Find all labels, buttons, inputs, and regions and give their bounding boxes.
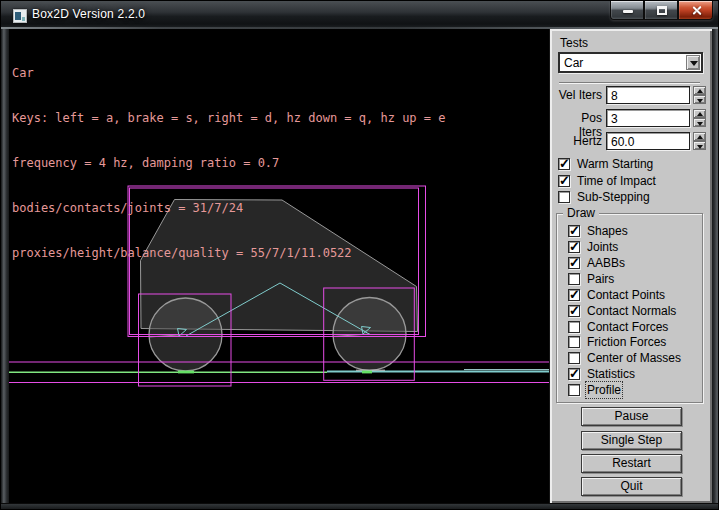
app-window: Box2D Version 2.2.0 Car Keys: left = a, …	[0, 0, 719, 510]
check-icon: ✓	[559, 156, 570, 171]
checkbox-box[interactable]: ✓	[568, 273, 580, 285]
vel-iters-input[interactable]: 8	[606, 86, 690, 104]
spin-up-icon[interactable]	[693, 132, 706, 141]
check-icon: ✓	[569, 239, 580, 254]
checkbox-box[interactable]: ✓	[568, 352, 580, 364]
maximize-button[interactable]	[644, 1, 678, 20]
spin-down-icon[interactable]	[693, 118, 706, 127]
app-icon[interactable]	[13, 9, 27, 23]
minimize-icon	[623, 10, 633, 13]
checkbox-box[interactable]: ✓	[568, 321, 580, 333]
restart-button[interactable]: Restart	[581, 454, 682, 473]
spin-down-icon[interactable]	[693, 141, 706, 150]
hertz-input[interactable]: 60.0	[606, 132, 690, 150]
hud-statistics: bodies/contacts/joints = 31/7/24	[12, 201, 445, 216]
spin-up-icon[interactable]	[693, 86, 706, 95]
hud-frequency: frequency = 4 hz, damping ratio = 0.7	[12, 156, 445, 171]
spin-down-icon[interactable]	[693, 95, 706, 104]
check-icon: ✓	[569, 303, 580, 318]
checkbox-box[interactable]: ✓	[568, 257, 580, 269]
maximize-icon	[657, 6, 667, 15]
spin-up-icon[interactable]	[693, 109, 706, 118]
check-icon: ✓	[569, 287, 580, 302]
app-icon-glyph	[15, 12, 21, 20]
check-icon: ✓	[559, 173, 570, 188]
quit-button[interactable]: Quit	[581, 477, 682, 496]
test-select-dropdown[interactable]: Car	[558, 52, 703, 73]
check-icon: ✓	[569, 223, 580, 238]
window-title: Box2D Version 2.2.0	[32, 7, 145, 21]
checkbox-box[interactable]: ✓	[568, 305, 580, 317]
checkbox-box[interactable]: ✓	[568, 225, 580, 237]
hud-tree-quality: proxies/height/balance/quality = 55/7/1/…	[12, 246, 445, 261]
checkbox-box[interactable]: ✓	[558, 158, 570, 170]
contact-point-front	[362, 371, 372, 374]
contact-point-rear	[178, 371, 194, 374]
check-icon: ✓	[569, 366, 580, 381]
close-icon	[691, 5, 702, 16]
hud-test-name: Car	[12, 66, 445, 81]
window-border-bottom	[1, 503, 719, 510]
window-border-right	[712, 29, 719, 503]
check-icon: ✓	[569, 255, 580, 270]
draw-group-title: Draw	[563, 206, 599, 220]
pos-iters-row: Pos Iters 3	[558, 109, 705, 127]
checkbox-box[interactable]: ✓	[568, 289, 580, 301]
caption-buttons	[610, 1, 713, 20]
tests-label: Tests	[560, 36, 588, 50]
draw-group: Draw ✓ Shapes ✓ Joints ✓ AABBs ✓ Pairs ✓…	[556, 213, 703, 403]
debug-text: Car Keys: left = a, brake = s, right = d…	[12, 36, 445, 291]
titlebar[interactable]: Box2D Version 2.2.0	[1, 1, 719, 29]
dropdown-arrow-button[interactable]	[686, 55, 700, 70]
separator	[559, 82, 700, 84]
close-button[interactable]	[678, 1, 713, 20]
window-border-left	[1, 29, 9, 503]
vel-iters-spinner	[693, 86, 706, 104]
checkbox-box[interactable]: ✓	[558, 191, 570, 203]
hertz-spinner	[693, 132, 706, 150]
checkbox-box[interactable]: ✓	[568, 384, 580, 396]
pause-button[interactable]: Pause	[581, 407, 682, 426]
checkbox-box[interactable]: ✓	[568, 336, 580, 348]
pos-iters-input[interactable]: 3	[606, 109, 690, 127]
hertz-row: Hertz 60.0	[558, 132, 705, 150]
hertz-label: Hertz	[558, 134, 602, 148]
single-step-button[interactable]: Single Step	[581, 431, 682, 450]
checkbox-box[interactable]: ✓	[558, 175, 570, 187]
hud-keys-help: Keys: left = a, brake = s, right = d, hz…	[12, 111, 445, 126]
checkbox-box[interactable]: ✓	[568, 241, 580, 253]
minimize-button[interactable]	[610, 1, 644, 20]
checkbox-box[interactable]: ✓	[568, 368, 580, 380]
vel-iters-label: Vel Iters	[558, 88, 602, 102]
control-panel: Tests Car Vel Iters 8 Pos Iters 3 Hertz …	[549, 29, 712, 503]
vel-iters-row: Vel Iters 8	[558, 86, 705, 104]
test-select-value: Car	[564, 56, 583, 70]
simulation-canvas[interactable]: Car Keys: left = a, brake = s, right = d…	[9, 29, 549, 503]
pos-iters-spinner	[693, 109, 706, 127]
